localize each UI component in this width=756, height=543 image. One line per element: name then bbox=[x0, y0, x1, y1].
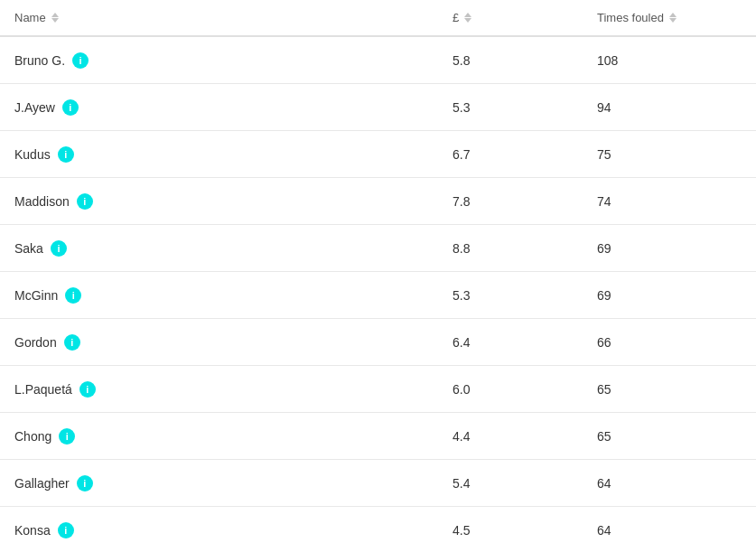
player-name: Bruno G. bbox=[14, 53, 65, 68]
info-icon[interactable]: i bbox=[77, 193, 93, 210]
info-icon[interactable]: i bbox=[64, 334, 80, 351]
player-name-cell: L.Paquetá i bbox=[14, 381, 453, 398]
price-header-label: £ bbox=[453, 11, 459, 24]
player-price-cell: 6.0 bbox=[453, 382, 597, 397]
player-name-cell: Gallagher i bbox=[14, 475, 453, 492]
player-price-cell: 5.8 bbox=[453, 53, 597, 68]
info-icon[interactable]: i bbox=[77, 475, 93, 492]
price-sort-icon[interactable] bbox=[464, 13, 471, 23]
player-name: Kudus bbox=[14, 147, 51, 162]
name-sort-icon[interactable] bbox=[51, 13, 59, 23]
player-name-cell: Maddison i bbox=[14, 193, 453, 210]
player-fouled-cell: 66 bbox=[597, 335, 742, 350]
table-row: Konsa i 4.5 64 bbox=[0, 507, 756, 543]
player-name: J.Ayew bbox=[14, 100, 55, 115]
table-row: Gallagher i 5.4 64 bbox=[0, 460, 756, 507]
info-icon[interactable]: i bbox=[65, 287, 81, 304]
player-name-cell: Konsa i bbox=[14, 522, 453, 538]
player-fouled-cell: 74 bbox=[597, 194, 742, 209]
table-row: Maddison i 7.8 74 bbox=[0, 178, 756, 225]
table-row: J.Ayew i 5.3 94 bbox=[0, 84, 756, 131]
info-icon[interactable]: i bbox=[58, 146, 74, 163]
player-price-cell: 4.5 bbox=[453, 523, 597, 538]
player-name: Konsa bbox=[14, 523, 51, 538]
fouled-header-label: Times fouled bbox=[597, 11, 664, 24]
table-body: Bruno G. i 5.8 108 J.Ayew i 5.3 94 Kudus… bbox=[0, 37, 756, 543]
info-icon[interactable]: i bbox=[79, 381, 96, 398]
fouled-sort-icon[interactable] bbox=[669, 13, 677, 23]
player-name-cell: Bruno G. i bbox=[14, 52, 453, 69]
col-header-name[interactable]: Name bbox=[14, 11, 453, 24]
player-price-cell: 5.3 bbox=[453, 100, 597, 115]
player-price-cell: 6.7 bbox=[453, 147, 597, 162]
player-fouled-cell: 69 bbox=[597, 241, 742, 256]
info-icon[interactable]: i bbox=[72, 52, 89, 69]
player-fouled-cell: 108 bbox=[597, 53, 742, 68]
player-price-cell: 6.4 bbox=[453, 335, 597, 350]
table-row: McGinn i 5.3 69 bbox=[0, 272, 756, 319]
player-name-cell: Gordon i bbox=[14, 334, 453, 351]
player-name: Saka bbox=[14, 241, 43, 256]
player-name: Chong bbox=[14, 429, 51, 444]
table-header: Name £ Times fouled bbox=[0, 0, 756, 37]
player-name: McGinn bbox=[14, 288, 58, 303]
player-name: Gallagher bbox=[14, 476, 70, 491]
player-price-cell: 4.4 bbox=[453, 429, 597, 444]
table-row: Chong i 4.4 65 bbox=[0, 413, 756, 460]
table-row: L.Paquetá i 6.0 65 bbox=[0, 366, 756, 413]
data-table: Name £ Times fouled Bruno G. i bbox=[0, 0, 756, 543]
table-row: Saka i 8.8 69 bbox=[0, 225, 756, 272]
player-fouled-cell: 64 bbox=[597, 523, 742, 538]
player-fouled-cell: 75 bbox=[597, 147, 742, 162]
player-fouled-cell: 65 bbox=[597, 382, 742, 397]
player-fouled-cell: 94 bbox=[597, 100, 742, 115]
player-name-cell: J.Ayew i bbox=[14, 99, 453, 116]
player-name: L.Paquetá bbox=[14, 382, 72, 397]
info-icon[interactable]: i bbox=[59, 428, 75, 445]
player-name: Gordon bbox=[14, 335, 57, 350]
player-price-cell: 5.3 bbox=[453, 288, 597, 303]
player-fouled-cell: 69 bbox=[597, 288, 742, 303]
player-name-cell: Kudus i bbox=[14, 146, 453, 163]
player-name-cell: Saka i bbox=[14, 240, 453, 257]
player-name-cell: McGinn i bbox=[14, 287, 453, 304]
info-icon[interactable]: i bbox=[58, 522, 74, 538]
info-icon[interactable]: i bbox=[51, 240, 67, 257]
table-row: Kudus i 6.7 75 bbox=[0, 131, 756, 178]
player-price-cell: 7.8 bbox=[453, 194, 597, 209]
player-name-cell: Chong i bbox=[14, 428, 453, 445]
table-row: Bruno G. i 5.8 108 bbox=[0, 37, 756, 84]
name-header-label: Name bbox=[14, 11, 46, 24]
player-price-cell: 8.8 bbox=[453, 241, 597, 256]
info-icon[interactable]: i bbox=[62, 99, 79, 116]
table-row: Gordon i 6.4 66 bbox=[0, 319, 756, 366]
col-header-fouled[interactable]: Times fouled bbox=[597, 11, 742, 24]
player-fouled-cell: 64 bbox=[597, 476, 742, 491]
player-price-cell: 5.4 bbox=[453, 476, 597, 491]
player-fouled-cell: 65 bbox=[597, 429, 742, 444]
col-header-price[interactable]: £ bbox=[453, 11, 597, 24]
player-name: Maddison bbox=[14, 194, 70, 209]
